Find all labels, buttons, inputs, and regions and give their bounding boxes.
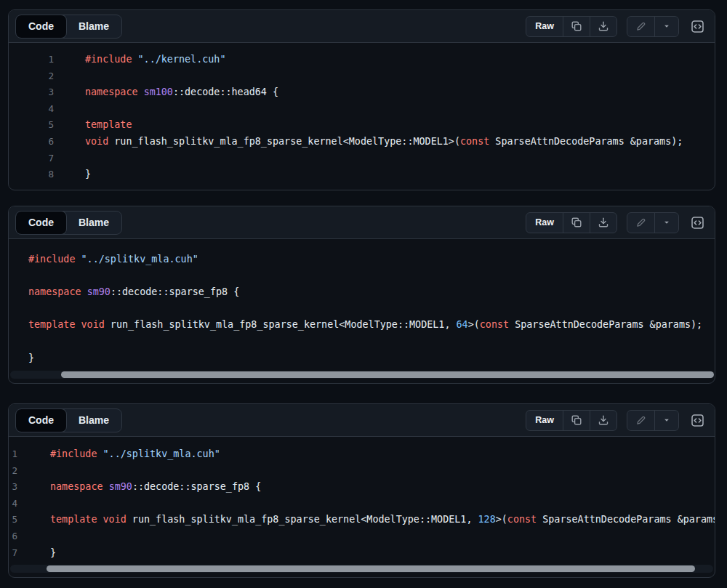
- code-token: SparseAttnDecodeParams &params);: [509, 319, 702, 330]
- code-token: template: [85, 119, 132, 130]
- raw-button[interactable]: Raw: [526, 213, 563, 233]
- edit-split-button: [627, 410, 679, 431]
- file-header: Code Blame Raw: [9, 206, 715, 239]
- code-token: sm90: [109, 481, 132, 492]
- edit-pencil-icon[interactable]: [627, 411, 654, 430]
- code-token: SparseAttnDecodeParams &params);: [537, 514, 715, 525]
- code-expand-icon[interactable]: [688, 214, 706, 231]
- line-number[interactable]: 1: [9, 446, 17, 463]
- code-token: >(: [496, 514, 507, 525]
- code-token: namespace: [50, 481, 103, 492]
- download-icon[interactable]: [590, 17, 616, 36]
- code-text: [54, 101, 91, 118]
- code-panel-1: Code Blame Raw: [8, 9, 715, 190]
- raw-copy-download-group: Raw: [526, 212, 617, 233]
- code-text: [9, 268, 34, 285]
- code-token: "../kernel.cuh": [138, 54, 226, 65]
- line-number[interactable]: 5: [9, 117, 54, 134]
- tab-blame[interactable]: Blame: [66, 15, 121, 38]
- code-text: namespace sm90::decode::sparse_fp8 {: [9, 284, 239, 301]
- code-token: namespace: [28, 286, 81, 297]
- file-toolbar: Raw: [526, 16, 706, 37]
- line-number[interactable]: 6: [9, 134, 54, 150]
- dropdown-caret-icon[interactable]: [654, 411, 678, 430]
- code-token: sm100: [144, 86, 173, 97]
- code-line: 1#include "../splitkv_mla.cuh": [9, 446, 715, 463]
- code-token: sm90: [87, 286, 111, 297]
- line-number[interactable]: 7: [9, 545, 17, 562]
- tab-code[interactable]: Code: [16, 15, 66, 38]
- code-text: namespace sm90::decode::sparse_fp8 {: [17, 479, 261, 496]
- code-token: 128: [478, 514, 496, 525]
- tab-blame[interactable]: Blame: [66, 409, 121, 432]
- code-token: >(: [468, 319, 480, 330]
- code-line: 4: [9, 496, 715, 512]
- line-number[interactable]: 4: [9, 101, 54, 118]
- raw-button[interactable]: Raw: [526, 411, 563, 430]
- code-content: 1#include "../kernel.cuh"2 3namespace sm…: [9, 43, 715, 183]
- copy-icon[interactable]: [563, 213, 590, 233]
- download-icon[interactable]: [590, 411, 616, 430]
- code-token: #include: [28, 254, 76, 265]
- line-number[interactable]: 2: [9, 463, 17, 480]
- code-token: #include: [50, 448, 97, 459]
- line-number[interactable]: 6: [9, 528, 17, 545]
- code-token: const: [480, 319, 509, 330]
- file-toolbar: Raw: [526, 212, 706, 233]
- code-token: void: [85, 136, 108, 147]
- code-line: namespace sm90::decode::sparse_fp8 {: [9, 284, 715, 301]
- edit-pencil-icon[interactable]: [627, 17, 654, 36]
- tab-blame[interactable]: Blame: [66, 212, 121, 234]
- code-token: }: [28, 353, 34, 363]
- edit-split-button: [627, 212, 679, 233]
- code-content: #include "../splitkv_mla.cuh" namespace …: [9, 239, 715, 366]
- code-token: template: [28, 319, 76, 330]
- code-blame-switcher: Code Blame: [15, 211, 122, 235]
- code-line: 7: [9, 150, 715, 167]
- dropdown-caret-icon[interactable]: [654, 17, 678, 36]
- code-text: }: [54, 166, 91, 183]
- code-line: 6void run_flash_splitkv_mla_fp8_sparse_k…: [9, 134, 715, 150]
- line-number[interactable]: 3: [9, 84, 54, 101]
- line-number[interactable]: 5: [9, 512, 17, 528]
- code-token: const: [460, 136, 489, 147]
- copy-icon[interactable]: [563, 411, 590, 430]
- copy-icon[interactable]: [563, 17, 590, 36]
- code-token: SparseAttnDecodeParams &params);: [489, 136, 683, 147]
- horizontal-scrollbar[interactable]: [10, 565, 713, 573]
- code-text: [9, 334, 34, 350]
- code-token: [76, 254, 81, 265]
- raw-button[interactable]: Raw: [526, 17, 563, 36]
- code-expand-icon[interactable]: [688, 411, 706, 429]
- code-blame-switcher: Code Blame: [15, 15, 122, 39]
- horizontal-scrollbar[interactable]: [10, 371, 713, 379]
- line-number[interactable]: 7: [9, 150, 54, 167]
- line-number[interactable]: 4: [9, 496, 17, 512]
- file-toolbar: Raw: [526, 410, 706, 431]
- line-number[interactable]: 1: [9, 52, 54, 68]
- code-token: [138, 86, 144, 97]
- download-icon[interactable]: [590, 213, 616, 233]
- code-line: 7}: [9, 545, 715, 562]
- tab-code[interactable]: Code: [16, 409, 66, 432]
- line-number[interactable]: 3: [9, 479, 17, 496]
- code-text: #include "../splitkv_mla.cuh": [17, 446, 220, 463]
- code-line: template void run_flash_splitkv_mla_fp8_…: [9, 317, 715, 334]
- code-token: [103, 481, 109, 492]
- code-text: template void run_flash_splitkv_mla_fp8_…: [17, 512, 715, 528]
- line-number[interactable]: 8: [9, 166, 54, 183]
- code-text: namespace sm100::decode::head64 {: [54, 84, 278, 101]
- tab-code[interactable]: Code: [16, 212, 66, 234]
- code-content: 1#include "../splitkv_mla.cuh"2 3namespa…: [9, 437, 715, 561]
- code-line: [9, 334, 715, 350]
- code-expand-icon[interactable]: [688, 17, 706, 35]
- scrollbar-thumb[interactable]: [61, 371, 714, 378]
- dropdown-caret-icon[interactable]: [654, 213, 678, 233]
- edit-pencil-icon[interactable]: [627, 213, 654, 233]
- line-number[interactable]: 2: [9, 68, 54, 85]
- edit-split-button: [627, 16, 679, 37]
- code-token: [132, 54, 138, 65]
- code-panel-2: Code Blame Raw: [8, 206, 715, 384]
- file-header: Code Blame Raw: [9, 10, 715, 43]
- scrollbar-thumb[interactable]: [47, 565, 695, 572]
